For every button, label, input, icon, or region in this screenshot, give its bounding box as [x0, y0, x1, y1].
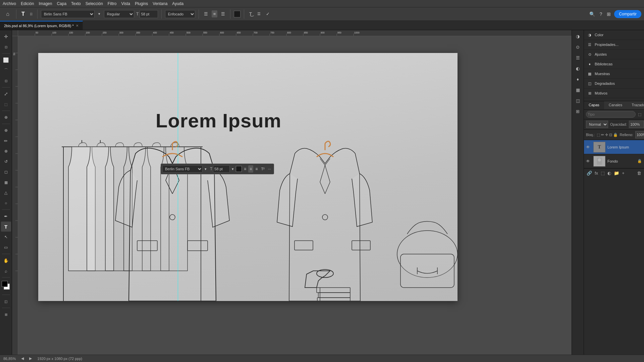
antialiasing-select[interactable]: Enfocado	[165, 10, 195, 18]
menu-ayuda[interactable]: Ayuda	[172, 1, 183, 6]
tab-capas[interactable]: Capas	[584, 101, 604, 109]
tool-stamp[interactable]: ⊗	[1, 146, 11, 156]
tool-eyedropper[interactable]: ⊕	[1, 112, 11, 122]
panel-propiedades[interactable]: ☰ Propiedades...	[584, 40, 644, 50]
right-patterns-icon[interactable]: ⊞	[573, 107, 583, 116]
share-button[interactable]: Compartir	[614, 10, 641, 18]
panel-muestras[interactable]: ▦ Muestras	[584, 69, 644, 79]
text-color-swatch[interactable]	[234, 11, 240, 17]
home-button[interactable]: ⌂	[3, 9, 13, 19]
lock-transparency-btn[interactable]: ⬚	[597, 133, 600, 137]
blend-mode-select[interactable]: Normal	[586, 121, 608, 128]
search-icon-btn[interactable]: 🔍	[588, 10, 596, 18]
tool-options-button[interactable]: ⌸	[29, 11, 34, 17]
tool-hand[interactable]: ✋	[1, 255, 11, 265]
text-size-arrow[interactable]: ▾	[230, 165, 235, 173]
tool-zoom[interactable]: ⌕	[1, 266, 11, 276]
menu-plugins[interactable]: Plugins	[135, 1, 148, 6]
menu-imagen[interactable]: Imagen	[39, 1, 52, 6]
new-adjustment-btn[interactable]: ◐	[607, 170, 612, 176]
font-arrow-btn[interactable]: ▾	[97, 11, 102, 17]
canvas-area[interactable]: Lorem Ipsum Berlin Sans FB ▾ T ▾ ≡ ≡ ≡	[18, 36, 572, 362]
text-color-picker[interactable]	[236, 166, 242, 172]
menu-vista[interactable]: Vista	[121, 1, 130, 6]
link-layers-btn[interactable]: 🔗	[586, 170, 593, 176]
canvas-lorem-ipsum-text[interactable]: Lorem Ipsum	[156, 109, 281, 132]
foreground-background-colors[interactable]	[1, 280, 11, 292]
tool-gradient[interactable]: ▦	[1, 177, 11, 187]
tab-canales[interactable]: Canales	[604, 101, 627, 109]
tool-type[interactable]: T	[1, 222, 11, 232]
right-libraries-icon[interactable]: ♦	[573, 74, 583, 84]
tool-shape[interactable]: ▭	[1, 242, 11, 252]
tool-brush[interactable]: ✏	[1, 136, 11, 146]
filter-pixel-btn[interactable]: ⬚	[637, 112, 642, 117]
lock-image-btn[interactable]: ✏	[601, 133, 604, 137]
tab-close-btn[interactable]: ✕	[76, 24, 78, 27]
add-style-btn[interactable]: fx	[594, 170, 599, 176]
menu-edicion[interactable]: Edición	[21, 1, 34, 6]
delete-layer-btn[interactable]: 🗑	[636, 170, 642, 176]
menu-filtro[interactable]: Filtro	[108, 1, 117, 6]
right-properties-icon[interactable]: ☰	[573, 53, 583, 62]
align-center-btn[interactable]: ≡	[212, 10, 218, 17]
add-mask-btn[interactable]: ⬚	[600, 170, 605, 176]
tool-history-brush[interactable]: ↺	[1, 157, 11, 167]
fill-input[interactable]	[635, 131, 644, 138]
menu-seleccion[interactable]: Selección	[86, 1, 103, 6]
align-left-btn[interactable]: ☰	[202, 10, 210, 17]
tool-frame[interactable]: ⬚	[1, 99, 11, 109]
tab-trazados[interactable]: Trazados	[627, 101, 644, 109]
tool-blur[interactable]: △	[1, 188, 11, 198]
font-size-input[interactable]	[140, 10, 158, 18]
lock-position-btn[interactable]: ✛	[605, 133, 608, 137]
text-font-select[interactable]: Berlin Sans FB	[162, 165, 203, 173]
layer-visibility-lorem[interactable]: 👁	[586, 145, 591, 149]
character-panel-btn[interactable]: ☰	[256, 11, 262, 17]
tool-path-select[interactable]: ↖	[1, 232, 11, 242]
tool-lasso[interactable]: ⌒	[1, 65, 11, 75]
new-group-btn[interactable]: 📁	[613, 170, 620, 176]
text-align-left[interactable]: ≡	[243, 165, 248, 173]
screen-mode-btn[interactable]: ⊞	[1, 309, 11, 319]
document-tab[interactable]: 2bis.psd al 86,9% (Lorem Ipsum, RGB/8) *…	[0, 21, 83, 30]
text-more-options[interactable]: ···	[267, 165, 272, 173]
tool-eraser[interactable]: ◻	[1, 167, 11, 177]
arrow-right[interactable]: ▶	[29, 356, 32, 361]
right-history-icon[interactable]: ⊙	[573, 42, 583, 52]
text-superscript[interactable]: T²	[260, 165, 266, 173]
panel-degradados[interactable]: ◫ Degradados	[584, 79, 644, 88]
panel-bibliotecas[interactable]: ♦ Bibliotecas	[584, 59, 644, 69]
panel-ajustes[interactable]: ⊙ Ajustes	[584, 50, 644, 59]
tool-dodge[interactable]: ○	[1, 198, 11, 208]
layer-visibility-fondo[interactable]: 👁	[586, 159, 591, 164]
menu-texto[interactable]: Texto	[71, 1, 81, 6]
text-font-arrow[interactable]: ▾	[203, 165, 208, 173]
opacity-input[interactable]	[629, 121, 644, 128]
text-size-input[interactable]	[213, 165, 230, 173]
menu-ventana[interactable]: Ventana	[153, 1, 167, 6]
layer-row-fondo[interactable]: 👁 Fondo 🔒	[584, 154, 644, 168]
right-adjustments-icon[interactable]: ◐	[573, 64, 583, 73]
right-color-icon[interactable]: ◑	[573, 32, 583, 41]
commit-transform-btn[interactable]: ✓	[264, 10, 271, 17]
layer-row-lorem[interactable]: 👁 T Lorem Ipsum	[584, 140, 644, 154]
font-style-select[interactable]: Regular	[104, 10, 134, 18]
workspace-icon-btn[interactable]: ⊞	[605, 10, 612, 18]
tool-pen[interactable]: ✒	[1, 211, 11, 221]
tool-heal[interactable]: ⊕	[1, 125, 11, 135]
text-align-right[interactable]: ≡	[254, 165, 259, 173]
tool-select-rect[interactable]: ⬜	[1, 55, 11, 65]
tool-move[interactable]: ✛	[1, 32, 11, 42]
tool-object-select[interactable]: ⊡	[1, 76, 11, 86]
menu-capa[interactable]: Capa	[57, 1, 66, 6]
align-right-btn[interactable]: ☰	[219, 10, 227, 17]
panel-color[interactable]: ◑ Color	[584, 30, 644, 40]
text-align-center[interactable]: ≡	[248, 165, 253, 173]
lock-all-btn[interactable]: 🔒	[613, 133, 618, 137]
tool-artboard[interactable]: ⊡	[1, 42, 11, 52]
tool-crop[interactable]: ⤢	[1, 89, 11, 99]
font-family-select[interactable]: Birlin Sans FB	[41, 10, 95, 18]
panel-motivos[interactable]: ⊞ Motivos	[584, 88, 644, 98]
right-gradients-icon[interactable]: ◫	[573, 96, 583, 105]
